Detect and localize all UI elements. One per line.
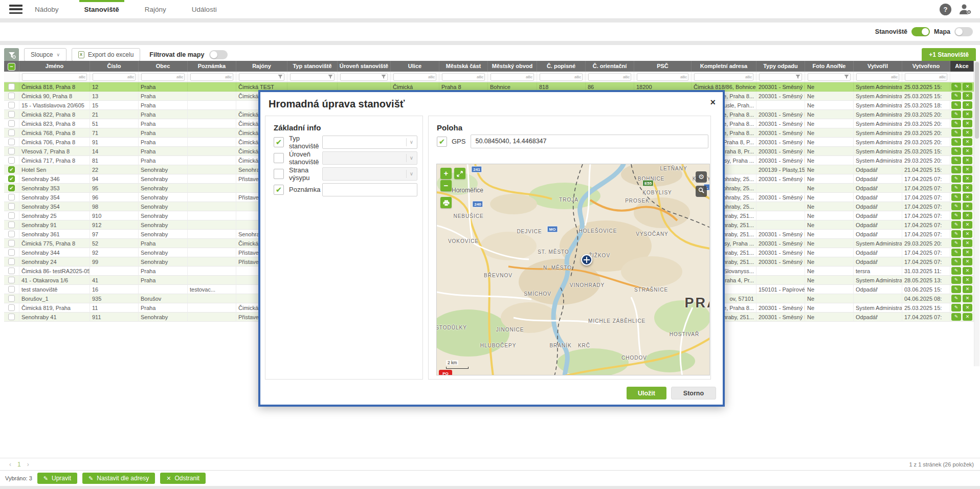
columns-button[interactable]: Sloupce ∨: [24, 48, 66, 61]
row-edit-button[interactable]: ✎: [951, 203, 961, 210]
row-delete-button[interactable]: ✕: [963, 83, 972, 91]
column-header[interactable]: Typy odpadu: [756, 61, 805, 72]
page-number[interactable]: 1: [14, 461, 24, 468]
gps-input[interactable]: 50.0845040, 14.4468347: [471, 135, 708, 148]
row-delete-button[interactable]: ✕: [963, 101, 972, 109]
filter-cell[interactable]: [338, 72, 391, 82]
filter-cell[interactable]: aBc: [439, 72, 488, 82]
row-edit-button[interactable]: ✎: [951, 166, 961, 173]
row-checkbox[interactable]: [8, 231, 15, 237]
text-filter-input[interactable]: aBc: [540, 73, 583, 81]
match-case-icon[interactable]: aBc: [745, 75, 752, 79]
match-case-icon[interactable]: aBc: [526, 75, 532, 79]
field-checkbox[interactable]: [274, 153, 284, 163]
row-checkbox[interactable]: [8, 304, 15, 311]
filter-cell[interactable]: [756, 72, 805, 82]
Typ stanoviště-select[interactable]: ∨: [322, 136, 417, 149]
list-filter-input[interactable]: [290, 73, 335, 81]
cancel-button[interactable]: Storno: [671, 387, 716, 399]
row-checkbox[interactable]: [8, 129, 15, 136]
stanoviste-toggle[interactable]: [911, 27, 930, 36]
filter-cell[interactable]: aBc: [902, 72, 950, 82]
filter-cell[interactable]: [236, 72, 287, 82]
row-edit-button[interactable]: ✎: [951, 147, 961, 155]
tab-stanoviste[interactable]: Stanoviště: [82, 0, 121, 19]
column-header[interactable]: Foto Ano/Ne: [805, 61, 854, 72]
row-checkbox[interactable]: [8, 139, 15, 145]
match-case-icon[interactable]: aBc: [79, 75, 85, 79]
row-checkbox[interactable]: [8, 258, 15, 265]
row-checkbox[interactable]: [8, 93, 15, 99]
row-edit-button[interactable]: ✎: [951, 239, 961, 247]
row-delete-button[interactable]: ✕: [963, 304, 972, 312]
row-delete-button[interactable]: ✕: [963, 285, 972, 293]
filter-cell[interactable]: aBc: [854, 72, 902, 82]
row-delete-button[interactable]: ✕: [963, 193, 972, 201]
text-filter-input[interactable]: aBc: [442, 73, 485, 81]
match-case-icon[interactable]: aBc: [176, 75, 183, 79]
row-edit-button[interactable]: ✎: [951, 267, 961, 275]
row-checkbox[interactable]: [8, 102, 15, 108]
Poznámka-input[interactable]: [322, 183, 417, 196]
match-case-icon[interactable]: aBc: [891, 75, 898, 79]
column-header[interactable]: Městský obvod: [488, 61, 537, 72]
fullscreen-button[interactable]: [454, 168, 465, 179]
row-edit-button[interactable]: ✎: [951, 110, 961, 118]
match-case-icon[interactable]: aBc: [225, 75, 232, 79]
vertical-scrollbar[interactable]: [974, 61, 979, 366]
row-checkbox[interactable]: [8, 240, 15, 247]
user-settings-icon[interactable]: [959, 3, 972, 15]
field-checkbox[interactable]: ✔: [274, 185, 284, 195]
row-edit-button[interactable]: ✎: [951, 258, 961, 265]
map-search-icon[interactable]: [696, 186, 707, 197]
filter-cell[interactable]: aBc: [634, 72, 692, 82]
row-delete-button[interactable]: ✕: [963, 221, 972, 229]
hamburger-menu-icon[interactable]: [9, 5, 23, 14]
column-header[interactable]: Ulice: [391, 61, 439, 72]
row-edit-button[interactable]: ✎: [951, 175, 961, 183]
page-next-button[interactable]: ›: [24, 461, 32, 468]
funnel-filter-icon[interactable]: [795, 72, 800, 81]
edit-selected-button[interactable]: ✎ Upravit: [37, 473, 77, 484]
row-delete-button[interactable]: ✕: [963, 166, 972, 173]
row-checkbox[interactable]: [8, 249, 15, 256]
row-delete-button[interactable]: ✕: [963, 110, 972, 118]
list-filter-input[interactable]: [808, 73, 851, 81]
filter-by-map-toggle[interactable]: [209, 50, 228, 59]
export-excel-button[interactable]: Export do excelu: [72, 48, 140, 61]
row-delete-button[interactable]: ✕: [963, 120, 972, 127]
print-map-button[interactable]: [440, 197, 452, 208]
row-delete-button[interactable]: ✕: [963, 258, 972, 265]
field-checkbox[interactable]: ✔: [274, 137, 284, 147]
filter-cell[interactable]: aBc: [488, 72, 537, 82]
filter-cell[interactable]: aBc: [586, 72, 634, 82]
row-edit-button[interactable]: ✎: [951, 83, 961, 91]
list-filter-input[interactable]: [239, 73, 284, 81]
column-header[interactable]: Č. orientační: [586, 61, 634, 72]
save-button[interactable]: Uložit: [627, 387, 666, 399]
row-delete-button[interactable]: ✕: [963, 203, 972, 210]
close-icon[interactable]: ×: [710, 97, 716, 108]
row-edit-button[interactable]: ✎: [951, 276, 961, 284]
row-checkbox[interactable]: [8, 268, 15, 274]
match-case-icon[interactable]: aBc: [939, 75, 946, 79]
filter-cell[interactable]: aBc: [188, 72, 236, 82]
column-header[interactable]: PSČ: [634, 61, 692, 72]
row-delete-button[interactable]: ✕: [963, 157, 972, 164]
row-delete-button[interactable]: ✕: [963, 295, 972, 302]
match-case-icon[interactable]: aBc: [477, 75, 483, 79]
scrollbar-thumb[interactable]: [975, 62, 979, 139]
map-canvas[interactable]: HoroměřiceBOHNICEKOBYLISYLETŇANYKBELYTRO…: [436, 164, 710, 375]
column-header[interactable]: Úroveň stanoviště: [338, 61, 391, 72]
column-header[interactable]: Typ stanoviště: [287, 61, 338, 72]
row-edit-button[interactable]: ✎: [951, 212, 961, 219]
row-edit-button[interactable]: ✎: [951, 295, 961, 302]
text-filter-input[interactable]: aBc: [393, 73, 436, 81]
row-delete-button[interactable]: ✕: [963, 249, 972, 256]
match-case-icon[interactable]: aBc: [127, 75, 134, 79]
add-stanoviste-button[interactable]: +1 Stanoviště: [922, 48, 976, 62]
zoom-out-button[interactable]: −: [440, 180, 452, 191]
row-checkbox[interactable]: ✔: [8, 166, 15, 173]
row-delete-button[interactable]: ✕: [963, 313, 972, 321]
clear-filter-icon[interactable]: [4, 48, 19, 61]
